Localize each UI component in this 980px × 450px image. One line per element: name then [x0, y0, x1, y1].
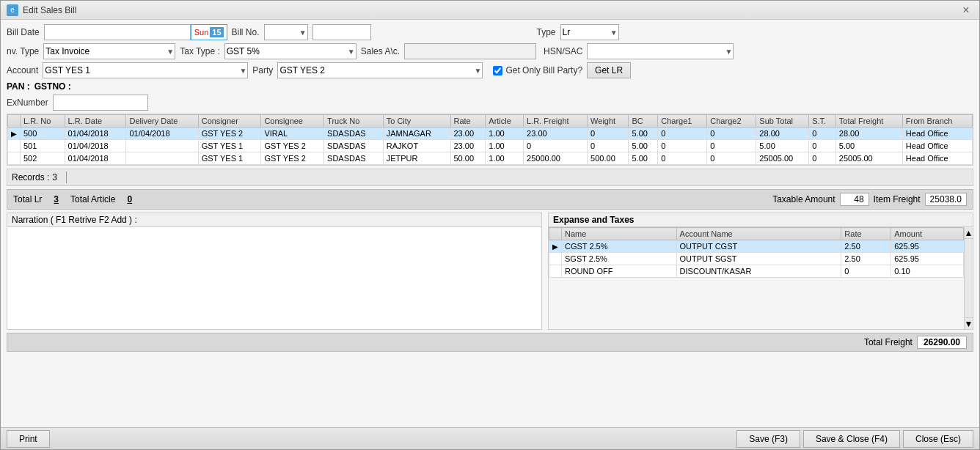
total-article-value: 0	[127, 194, 132, 204]
records-separator	[66, 171, 67, 183]
print-button[interactable]: Print	[7, 430, 50, 448]
scrollbar-up[interactable]: ▲	[965, 227, 973, 239]
expense-title: Expanse and Taxes	[549, 213, 973, 227]
table-row[interactable]: 502 01/04/2018 GST YES 1 GST YES 2 SDASD…	[8, 152, 973, 165]
expense-row[interactable]: SGST 2.5% OUTPUT SGST 2.50 625.95	[549, 253, 964, 265]
title-bar: e Edit Sales Bill ×	[1, 1, 979, 20]
expense-row-arrow: ▶	[549, 240, 562, 253]
bill-no-select[interactable]	[264, 24, 308, 40]
ex-number-input[interactable]	[53, 95, 148, 111]
summary-left: Total Lr 3 Total Article 0	[13, 194, 132, 204]
table-row[interactable]: ▶ 500 01/04/2018 01/04/2018 GST YES 2 VI…	[8, 128, 973, 140]
save-close-button[interactable]: Save & Close (F4)	[803, 430, 900, 448]
sun-label: Sun	[194, 28, 209, 37]
expense-grid[interactable]: Name Account Name Rate Amount ▶ CGST 2.5…	[549, 227, 964, 329]
taxable-amount-label: Taxable Amount	[772, 194, 835, 204]
total-article-label: Total Article	[70, 194, 115, 204]
tax-type-select-wrapper: GST 5% ▼	[224, 43, 356, 59]
expense-header-row: Name Account Name Rate Amount	[549, 228, 964, 240]
col-header-lr-freight: L.R. Freight	[524, 115, 588, 128]
bill-no-label: Bill No.	[232, 27, 260, 37]
table-header-row: L.R. No L.R. Date Delivery Date Consigne…	[8, 115, 973, 128]
main-content: Bill Date 01/04/2018 Sun 15 Bill No. ▼ 2…	[1, 20, 979, 427]
row-arrow	[8, 152, 21, 165]
expense-col-account-name: Account Name	[676, 228, 841, 240]
type-select-wrapper: Lr ▼	[560, 24, 619, 40]
table-row[interactable]: 501 01/04/2018 GST YES 1 GST YES 2 SDASD…	[8, 140, 973, 152]
col-header-bc: BC	[629, 115, 658, 128]
records-label: Records :	[12, 172, 49, 182]
lr-table: L.R. No L.R. Date Delivery Date Consigne…	[7, 114, 973, 165]
get-lr-button[interactable]: Get LR	[587, 62, 631, 78]
col-header-sub-total: Sub Total	[756, 115, 809, 128]
type-select[interactable]: Lr	[560, 24, 619, 40]
total-lr-value: 3	[54, 194, 59, 204]
summary-right: Taxable Amount 48 Item Freight 25038.0	[772, 193, 967, 206]
scrollbar-down[interactable]: ▼	[965, 317, 973, 329]
item-freight-label: Item Freight	[874, 194, 921, 204]
account-select-wrapper: GST YES 1 ▼	[43, 62, 248, 78]
col-header-delivery-date: Delivery Date	[126, 115, 198, 128]
expense-col-name: Name	[562, 228, 677, 240]
total-lr-label: Total Lr	[13, 194, 42, 204]
window-title: Edit Sales Bill	[23, 5, 76, 15]
expense-row[interactable]: ROUND OFF DISCOUNT/KASAR 0 0.10	[549, 265, 964, 278]
tax-type-label: Tax Type :	[180, 46, 219, 56]
hsn-sac-select[interactable]	[587, 43, 734, 59]
close-button[interactable]: Close (Esc)	[903, 430, 973, 448]
inv-type-select[interactable]: Tax Invoice	[43, 43, 175, 59]
get-only-bill-party-wrapper: Get Only Bill Party?	[493, 65, 582, 75]
col-header-consigner: Consigner	[198, 115, 261, 128]
col-header-lr-date: L.R. Date	[65, 115, 126, 128]
party-select[interactable]: GST YES 2	[277, 62, 483, 78]
app-icon: e	[7, 4, 18, 16]
hsn-sac-select-wrapper: ▼	[587, 43, 734, 59]
inv-type-label: nv. Type	[7, 46, 39, 56]
col-header-arrow	[8, 115, 21, 128]
account-select[interactable]: GST YES 1	[43, 62, 248, 78]
day-badge: 15	[210, 27, 223, 37]
party-label: Party	[252, 65, 273, 75]
sales-ac-input[interactable]: SALES A/C GST 5%	[404, 43, 536, 59]
col-header-rate: Rate	[450, 115, 486, 128]
expense-wrapper: Name Account Name Rate Amount ▶ CGST 2.5…	[549, 227, 973, 329]
col-header-st: S.T.	[809, 115, 836, 128]
footer-bar: Print Save (F3) Save & Close (F4) Close …	[1, 427, 979, 449]
save-button[interactable]: Save (F3)	[736, 430, 800, 448]
tax-type-select[interactable]: GST 5%	[224, 43, 356, 59]
expense-table: Name Account Name Rate Amount ▶ CGST 2.5…	[549, 227, 964, 278]
bill-date-input[interactable]: 01/04/2018	[44, 24, 191, 40]
total-freight-label: Total Freight	[864, 337, 913, 347]
scrollbar-track	[965, 239, 973, 317]
total-freight-value: 26290.00	[917, 336, 967, 349]
col-header-to-city: To City	[383, 115, 450, 128]
pan-value: GSTNO :	[34, 81, 71, 92]
narration-content[interactable]	[7, 227, 541, 329]
bill-no-input[interactable]: 2	[312, 24, 371, 40]
col-header-consignee: Consignee	[261, 115, 324, 128]
pan-label: PAN :	[7, 81, 30, 92]
expense-col-amount: Amount	[891, 228, 964, 240]
hsn-sac-label: HSN/SAC	[544, 46, 582, 56]
col-header-weight: Weight	[588, 115, 629, 128]
expense-scrollbar[interactable]: ▲ ▼	[964, 227, 973, 329]
form-row-3: Account GST YES 1 ▼ Party GST YES 2 ▼ Ge…	[7, 62, 973, 78]
expense-row-arrow	[549, 265, 562, 278]
row-arrow: ▶	[8, 128, 21, 140]
records-bar: Records : 3	[7, 169, 973, 186]
close-window-button[interactable]: ×	[959, 3, 973, 18]
get-only-bill-party-checkbox[interactable]	[493, 66, 502, 75]
expense-col-arrow	[549, 228, 562, 240]
taxable-amount-value: 48	[840, 193, 869, 206]
col-header-charge1: Charge1	[658, 115, 707, 128]
summary-bar: Total Lr 3 Total Article 0 Taxable Amoun…	[7, 189, 973, 210]
col-header-charge2: Charge2	[707, 115, 756, 128]
date-badge: Sun 15	[191, 24, 227, 40]
col-header-article: Article	[486, 115, 524, 128]
total-freight-bar: Total Freight 26290.00	[7, 333, 973, 352]
party-select-wrapper: GST YES 2 ▼	[277, 62, 483, 78]
narration-label: Narration ( F1 Retrive F2 Add ) :	[7, 213, 541, 227]
account-label: Account	[7, 65, 38, 75]
lr-grid[interactable]: L.R. No L.R. Date Delivery Date Consigne…	[7, 114, 973, 166]
expense-row[interactable]: ▶ CGST 2.5% OUTPUT CGST 2.50 625.95	[549, 240, 964, 253]
